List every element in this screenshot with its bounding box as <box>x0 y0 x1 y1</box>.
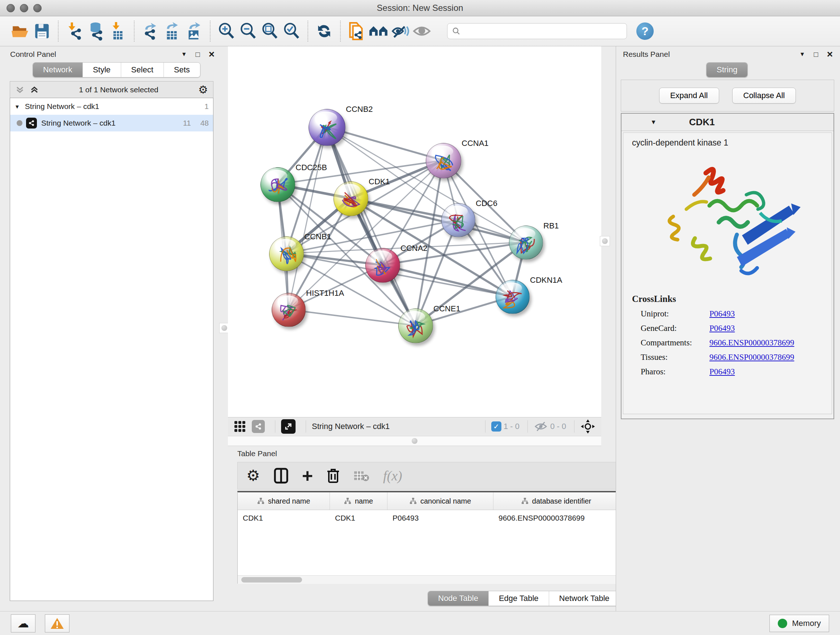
tab-node-table[interactable]: Node Table <box>428 591 489 606</box>
zoom-in-button[interactable] <box>216 20 237 42</box>
table-options-gear-icon[interactable]: ⚙ <box>246 470 260 481</box>
network-node-CCNB2[interactable] <box>309 109 346 146</box>
result-entry-header[interactable]: ▼ CDK1 <box>622 114 834 131</box>
hide-graphics-details-button[interactable] <box>389 20 411 42</box>
grid-view-icon[interactable] <box>234 420 246 432</box>
float-panel-icon[interactable]: □ <box>196 50 200 59</box>
tab-sets[interactable]: Sets <box>164 63 200 77</box>
selected-checkbox-icon[interactable]: ✓ <box>491 421 501 432</box>
column-header-name[interactable]: name <box>330 492 387 510</box>
refresh-button[interactable] <box>313 20 335 42</box>
scrollbar-thumb[interactable] <box>241 577 302 583</box>
control-panel-title: Control Panel <box>10 50 56 59</box>
hidden-eye-icon[interactable] <box>534 421 548 432</box>
tab-network-table[interactable]: Network Table <box>549 591 620 606</box>
delete-column-trash-icon[interactable] <box>327 468 340 484</box>
export-image-icon <box>184 21 204 41</box>
export-network-button[interactable] <box>140 20 161 42</box>
node-label-CDC25B: CDC25B <box>295 163 327 172</box>
close-panel-icon[interactable]: × <box>827 51 833 58</box>
collapse-all-icon[interactable] <box>15 85 25 95</box>
collection-label: String Network – cdk1 <box>25 102 99 111</box>
entry-expander-icon[interactable]: ▼ <box>651 119 657 126</box>
zoom-out-button[interactable] <box>237 20 259 42</box>
table-cell[interactable]: CDK1 <box>238 510 330 523</box>
selected-node-edge-counts: 1 - 0 <box>504 422 519 431</box>
crosslink-value-link[interactable]: P06493 <box>709 324 735 333</box>
table-cell[interactable]: P06493 <box>387 510 493 523</box>
edge-layer <box>228 46 601 417</box>
crosslink-row: Tissues:9606.ENSP00000378699 <box>641 353 823 362</box>
first-neighbors-button[interactable] <box>368 20 389 42</box>
network-status-dot <box>17 120 22 126</box>
open-session-button[interactable] <box>9 20 31 42</box>
string-document-icon <box>347 21 366 41</box>
close-panel-icon[interactable]: × <box>209 51 215 58</box>
edge-HIST1H1A-CCNE1[interactable] <box>288 310 415 325</box>
zoom-selected-icon <box>282 21 302 41</box>
zoom-selected-button[interactable] <box>281 20 302 42</box>
column-header-database-identifier[interactable]: database identifier <box>493 492 619 510</box>
warnings-button[interactable] <box>45 614 69 632</box>
network-node-CDC6[interactable] <box>441 203 475 237</box>
tab-string[interactable]: String <box>706 63 747 77</box>
import-network-database-button[interactable] <box>85 20 107 42</box>
network-node-CDK1[interactable] <box>333 181 368 216</box>
show-graphics-details-button[interactable] <box>411 20 433 42</box>
tab-edge-table[interactable]: Edge Table <box>489 591 549 606</box>
network-options-gear-icon[interactable]: ⚙ <box>198 86 208 93</box>
zoom-fit-button[interactable] <box>259 20 281 42</box>
crosslink-value-link[interactable]: 9606.ENSP00000378699 <box>709 353 794 362</box>
network-node-HIST1H1A[interactable] <box>272 293 306 327</box>
network-canvas[interactable]: CCNB2CCNA1CDC25BCDK1CDC6RB1CCNB1CCNA2CDK… <box>228 46 601 417</box>
tab-network[interactable]: Network <box>33 63 83 77</box>
collapse-all-button[interactable]: Collapse All <box>732 88 796 103</box>
collapse-panel-icon[interactable]: ▼ <box>181 51 187 57</box>
node-structure-thumbnail <box>265 174 291 200</box>
help-button[interactable]: ? <box>636 22 654 40</box>
import-string-file-button[interactable] <box>346 20 368 42</box>
network-row[interactable]: String Network – cdk1 11 48 <box>10 115 213 131</box>
column-header-shared-name[interactable]: shared name <box>238 492 330 510</box>
tree-expander-icon[interactable]: ▼ <box>14 103 20 110</box>
table-cell[interactable]: CDK1 <box>330 510 387 523</box>
table-cell[interactable]: 9606.ENSP00000378699 <box>493 510 619 523</box>
import-database-icon <box>87 21 106 41</box>
export-image-button[interactable] <box>183 20 205 42</box>
import-network-file-button[interactable] <box>64 20 85 42</box>
tab-style[interactable]: Style <box>83 63 121 77</box>
network-node-CCNB1[interactable] <box>269 236 304 271</box>
birds-eye-view-icon[interactable] <box>580 419 595 434</box>
tab-select[interactable]: Select <box>121 63 164 77</box>
show-columns-icon[interactable] <box>274 468 288 484</box>
network-node-CDKN1A[interactable] <box>496 280 530 314</box>
crosslink-value-link[interactable]: 9606.ENSP00000378699 <box>709 338 794 348</box>
collapse-panel-icon[interactable]: ▼ <box>799 51 805 57</box>
network-node-CCNA2[interactable] <box>365 248 400 283</box>
expand-all-button[interactable]: Expand All <box>659 88 719 103</box>
right-splitter-handle[interactable] <box>600 236 610 246</box>
network-collection-row[interactable]: ▼ String Network – cdk1 1 <box>10 98 213 115</box>
open-in-window-icon[interactable] <box>281 419 295 434</box>
results-panel-title: Results Panel <box>623 50 670 59</box>
save-session-button[interactable] <box>31 20 53 42</box>
network-node-CDC25B[interactable] <box>261 167 295 202</box>
import-table-file-button[interactable] <box>107 20 129 42</box>
float-panel-icon[interactable]: □ <box>814 50 818 59</box>
network-selection-bar: 1 of 1 Network selected ⚙ <box>10 81 213 98</box>
application-window: Session: New Session <box>0 0 840 635</box>
network-node-CCNA1[interactable] <box>426 143 461 179</box>
expand-all-icon[interactable] <box>30 85 39 95</box>
string-view-icon[interactable] <box>252 420 265 433</box>
crosslink-value-link[interactable]: P06493 <box>709 367 735 377</box>
crosslink-value-link[interactable]: P06493 <box>709 309 735 318</box>
horizontal-splitter[interactable] <box>228 436 601 446</box>
memory-button[interactable]: Memory <box>769 615 829 632</box>
search-input[interactable] <box>461 26 622 36</box>
export-table-button[interactable] <box>161 20 183 42</box>
column-header-canonical-name[interactable]: canonical name <box>387 492 493 510</box>
add-column-icon[interactable]: + <box>302 470 313 481</box>
cloud-status-button[interactable]: ☁ <box>11 614 35 632</box>
network-node-CCNE1[interactable] <box>398 309 433 343</box>
network-node-RB1[interactable] <box>509 226 543 260</box>
